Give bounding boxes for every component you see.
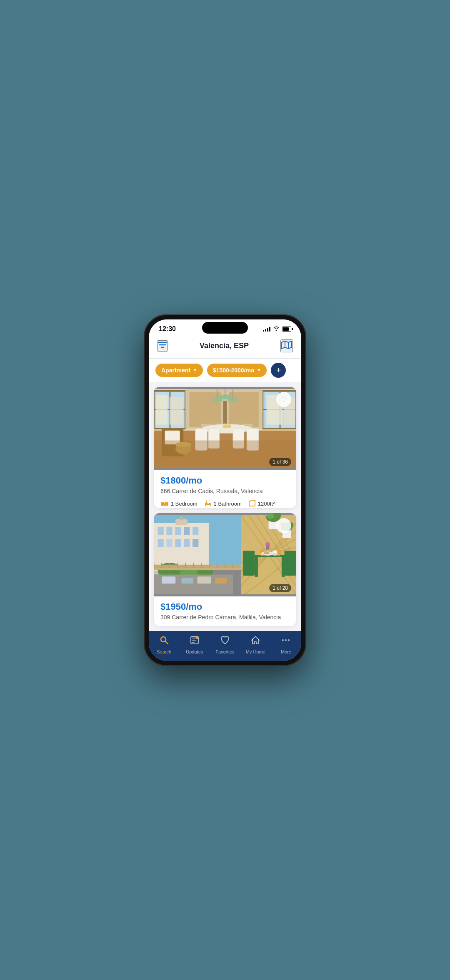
filter-button[interactable] [157,340,168,352]
svg-rect-33 [223,424,231,428]
bedroom-label-1: 1 Bedroom [171,501,198,507]
price-filter-label: $1500-2000/mo [213,367,255,374]
my-home-label: My Home [246,649,265,654]
svg-rect-62 [166,527,172,535]
listing-address-1: 666 Carrer de Cadis, Russafa, Valencia [160,488,290,494]
svg-rect-40 [170,397,183,425]
type-filter-pill[interactable]: Apartment ▼ [155,364,203,377]
svg-point-134 [285,639,287,641]
favorite-button-1[interactable]: ♡ [276,392,291,407]
svg-point-124 [263,552,270,554]
signal-bars-icon [263,327,270,332]
svg-rect-69 [184,539,190,547]
svg-point-52 [205,500,207,501]
bath-icon-1 [204,500,212,508]
search-label: Search [157,649,171,654]
area-feature-1: 1200ft² [248,499,275,508]
svg-rect-49 [205,504,206,506]
svg-rect-26 [217,389,218,399]
svg-rect-66 [158,539,164,547]
listing-image-container-1: ♡ 1 of 36 [154,387,296,470]
svg-rect-81 [154,565,241,568]
favorites-label: Favorites [215,649,234,654]
add-filter-button[interactable]: + [271,363,286,378]
photo-count-2: 1 of 28 [269,584,291,592]
svg-rect-115 [282,557,285,577]
favorite-button-2[interactable]: ♡ [276,518,291,533]
photo-count-1: 1 of 36 [269,458,291,466]
svg-rect-44 [161,502,162,506]
svg-point-107 [267,513,275,519]
svg-rect-45 [167,502,168,506]
listing-info-1: $1800/mo 666 Carrer de Cadis, Russafa, V… [154,470,296,508]
updates-label: Updates [186,649,203,654]
listing-price-1: $1800/mo [160,475,290,486]
nav-favorites[interactable]: Favorites [210,635,240,654]
svg-point-135 [288,639,290,641]
area-label-1: 1200ft² [258,501,275,507]
nav-more[interactable]: More [271,635,301,654]
listing-price-2: $1950/mo [160,601,290,612]
bathroom-feature-1: 1 Bathroom [204,500,242,508]
updates-icon [190,635,200,648]
area-icon-1 [248,499,256,508]
more-label: More [281,649,291,654]
location-title: Valencia, ESP [200,342,249,350]
chevron-down-icon-2: ▼ [257,368,261,372]
svg-rect-78 [182,578,194,584]
svg-rect-65 [192,527,198,535]
svg-point-132 [196,636,198,639]
price-filter-pill[interactable]: $1500-2000/mo ▼ [207,364,267,377]
svg-line-130 [165,641,168,644]
listing-image-container-2: ♡ 1 of 28 [154,513,296,596]
svg-rect-119 [285,551,297,559]
status-icons [263,326,291,332]
svg-rect-67 [166,539,172,547]
svg-rect-47 [165,502,167,504]
svg-rect-79 [198,576,211,584]
battery-icon [282,327,291,332]
listings-scroll-area[interactable]: ♡ 1 of 36 $1800/mo 666 Carrer de Cadis, … [149,382,301,631]
listing-address-2: 309 Carrer de Pedro Cámara, Mallila, Val… [160,614,290,621]
svg-rect-64 [184,527,190,535]
filter-bar: Apartment ▼ $1500-2000/mo ▼ + [149,359,301,382]
svg-rect-39 [156,395,168,424]
listing-card-2[interactable]: ♡ 1 of 28 $1950/mo 309 Carrer de Pedro C… [154,513,296,626]
dynamic-island [202,322,248,334]
favorites-icon [220,635,230,648]
svg-rect-70 [192,539,198,547]
svg-point-126 [272,553,278,556]
svg-point-128 [265,542,270,546]
svg-rect-68 [175,539,181,547]
bathroom-label-1: 1 Bathroom [214,501,242,507]
bed-icon-1 [160,500,169,508]
svg-rect-77 [162,576,175,584]
nav-updates[interactable]: Updates [179,635,210,654]
svg-rect-19 [229,392,259,427]
listing-features-1: 1 Bedroom [160,499,290,508]
home-icon [250,635,260,648]
bedroom-feature-1: 1 Bedroom [160,500,198,508]
bottom-nav: Search Updates Favorit [149,631,301,661]
svg-rect-22 [225,389,225,396]
svg-rect-61 [158,527,164,535]
svg-point-55 [208,503,209,504]
more-icon [281,635,291,648]
svg-rect-114 [255,557,258,577]
chevron-down-icon: ▼ [193,368,197,372]
search-icon [159,635,169,648]
svg-point-72 [180,516,184,521]
svg-rect-117 [243,551,255,559]
wifi-icon [273,326,280,332]
listing-card-1[interactable]: ♡ 1 of 36 $1800/mo 666 Carrer de Cadis, … [154,387,296,508]
svg-rect-80 [215,578,227,584]
map-button[interactable] [280,339,293,352]
svg-rect-46 [162,502,164,504]
nav-my-home[interactable]: My Home [240,635,271,654]
svg-rect-50 [210,504,211,506]
svg-point-133 [282,639,284,641]
svg-rect-116 [243,558,255,576]
app-header: Valencia, ESP [149,335,301,359]
nav-search[interactable]: Search [149,635,179,654]
svg-rect-93 [154,568,241,570]
